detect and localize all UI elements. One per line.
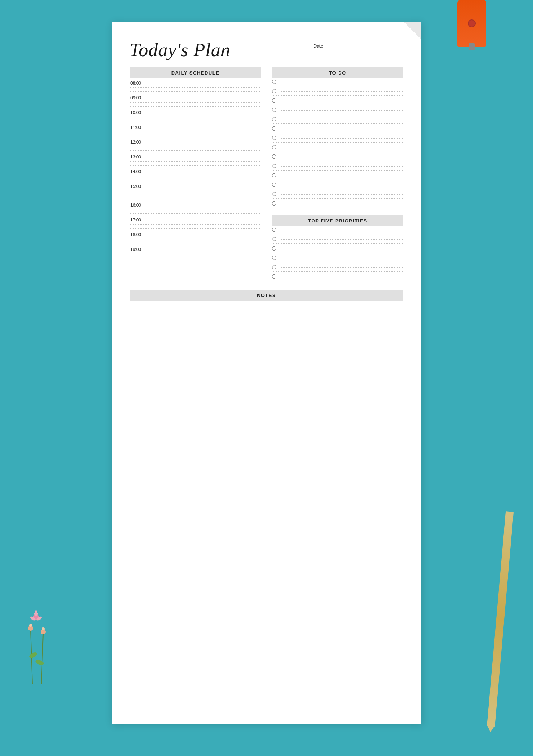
priority-item-4 [272,255,403,262]
todo-extra-line [272,208,403,208]
todo-input-line-1 [279,82,403,82]
svg-point-10 [42,627,45,630]
header: Today's Plan Date [130,40,403,60]
time-label-12: 12:00 [130,139,261,145]
schedule-line [130,87,261,88]
todo-item-10 [272,163,403,171]
schedule-line [130,243,261,243]
todo-input-line-3 [279,101,403,101]
schedule-line [130,213,261,214]
todo-input-line-6 [279,129,403,129]
note-line-2 [130,314,403,325]
schedule-line [130,121,261,121]
todo-item-9 [272,153,403,161]
paper: Today's Plan Date DAILY SCHEDULE 08:00 0… [112,22,421,724]
priority-checkbox-1[interactable] [272,228,276,232]
todo-item-6 [272,125,403,133]
schedule-line [130,102,261,103]
priority-checkbox-3[interactable] [272,246,276,251]
notes-lines [130,302,403,360]
priority-checkbox-2[interactable] [272,237,276,241]
schedule-line [130,191,261,191]
todo-item-5 [272,116,403,124]
time-row-16: 16:00 [130,202,261,215]
priority-checkbox-4[interactable] [272,256,276,260]
priority-checkbox-5[interactable] [272,265,276,269]
time-row-18: 18:00 [130,231,261,245]
todo-item-2 [272,88,403,96]
date-label: Date [313,43,323,49]
schedule-line [130,161,261,162]
time-row-14: 14:00 [130,168,261,182]
todo-extra-line [272,170,403,171]
todo-checkbox-8[interactable] [272,145,276,149]
time-label-14: 14:00 [130,168,261,175]
time-row-19: 19:00 [130,246,261,260]
schedule-line [130,165,261,166]
todo-checkbox-6[interactable] [272,126,276,131]
todo-item-11 [272,172,403,180]
todo-checkbox-5[interactable] [272,117,276,121]
sharpener-decoration [457,0,486,47]
time-row-09: 09:00 [130,95,261,108]
todo-checkbox-9[interactable] [272,154,276,159]
priority-input-line-2 [279,239,403,240]
todo-item-12 [272,181,403,189]
todo-input-line-5 [279,120,403,120]
svg-line-2 [41,634,43,684]
schedule-line [130,147,261,147]
todo-extra-line [272,180,403,180]
time-label-18: 18:00 [130,231,261,238]
todo-header: TO DO [272,67,403,78]
time-row-08: 08:00 [130,80,261,93]
todo-input-line-13 [279,194,403,195]
todo-extra-line [272,142,403,143]
time-row-11: 11:00 [130,124,261,138]
priority-item-3 [272,245,403,253]
todo-extra-line [272,133,403,133]
daily-schedule-header: DAILY SCHEDULE [130,67,261,78]
time-label-19: 19:00 [130,246,261,253]
time-label-10: 10:00 [130,109,261,116]
time-row-10: 10:00 [130,109,261,123]
todo-extra-line [272,86,403,86]
todo-input-line-11 [279,176,403,176]
note-line-1 [130,302,403,314]
todo-input-line-10 [279,166,403,167]
todo-checkbox-3[interactable] [272,98,276,103]
page-title: Today's Plan [130,40,230,60]
todo-item-4 [272,107,403,114]
todo-extra-line [272,105,403,105]
todo-checkbox-10[interactable] [272,164,276,168]
time-row-15: 15:00 [130,183,261,201]
two-col-layout: DAILY SCHEDULE 08:00 09:00 10:00 [130,67,403,283]
schedule-line [130,176,261,176]
todo-checkbox-7[interactable] [272,136,276,140]
todo-checkbox-11[interactable] [272,173,276,177]
note-line-4 [130,337,403,348]
time-row-17: 17:00 [130,217,261,230]
priority-extra-line [272,234,403,234]
date-line [313,50,403,50]
priority-extra-line [272,271,403,272]
schedule-line [130,106,261,107]
time-label-15: 15:00 [130,183,261,190]
todo-checkbox-14[interactable] [272,201,276,206]
todo-checkbox-4[interactable] [272,108,276,112]
priority-extra-line [272,253,403,253]
todo-input-line-2 [279,91,403,92]
todo-checkbox-12[interactable] [272,183,276,187]
time-label-16: 16:00 [130,202,261,208]
svg-point-3 [28,651,38,659]
todo-input-line-4 [279,110,403,111]
todo-checkbox-2[interactable] [272,89,276,93]
priority-input-line-3 [279,249,403,249]
todo-input-line-14 [279,204,403,204]
priority-input-line-1 [279,230,403,230]
todo-checkbox-13[interactable] [272,192,276,196]
todo-checkbox-1[interactable] [272,80,276,84]
todo-item-14 [272,200,403,208]
priority-checkbox-6[interactable] [272,274,276,279]
priority-input-line-4 [279,258,403,258]
todo-item-8 [272,144,403,152]
